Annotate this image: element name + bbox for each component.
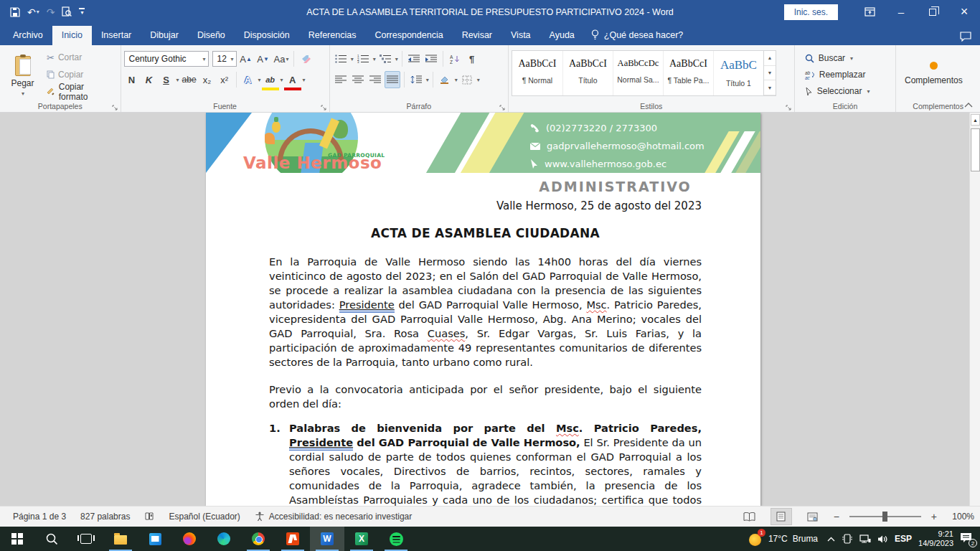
word-count[interactable]: 827 palabras — [73, 512, 137, 522]
grow-font-button[interactable]: A▲ — [238, 50, 254, 67]
undo-dropdown-arrow[interactable]: ▾ — [37, 9, 39, 15]
clock[interactable]: 9:21 14/9/2023 — [918, 529, 953, 548]
bullet-list-dropdown-arrow[interactable]: ▾ — [351, 56, 354, 62]
word-button[interactable]: W — [310, 527, 344, 551]
tab-dibujar[interactable]: Dibujar — [141, 26, 188, 45]
style-normal[interactable]: AaBbCcI ¶ Normal — [512, 51, 562, 95]
underline-dropdown-arrow[interactable]: ▾ — [176, 77, 179, 83]
accessibility-status[interactable]: Accesibilidad: es necesario investigar — [248, 512, 419, 522]
font-color-dropdown-arrow[interactable]: ▾ — [303, 77, 306, 83]
start-button[interactable] — [0, 527, 34, 551]
superscript-button[interactable]: x² — [217, 71, 232, 88]
styles-gallery-expand-icon[interactable]: ▼ — [764, 80, 776, 95]
tab-inicio[interactable]: Inicio — [52, 26, 92, 45]
format-painter-button[interactable]: Copiar formato — [44, 85, 118, 100]
edge-button[interactable] — [207, 527, 241, 551]
bullet-list-button[interactable] — [333, 50, 349, 67]
styles-scroll-down-icon[interactable]: ▼ — [764, 66, 776, 81]
strikethrough-button[interactable]: abe — [181, 71, 198, 88]
change-case-button[interactable]: Aa▾ — [273, 50, 291, 67]
sign-in-button[interactable]: Inic. ses. — [784, 4, 838, 20]
align-right-button[interactable] — [367, 71, 383, 88]
tab-disposicion[interactable]: Disposición — [235, 26, 299, 45]
font-color-button[interactable]: A — [285, 71, 301, 88]
borders-button[interactable] — [459, 71, 475, 88]
line-spacing-dropdown-arrow[interactable]: ▾ — [426, 77, 429, 83]
numbered-list-button[interactable]: 123 — [355, 50, 371, 67]
line-spacing-button[interactable] — [408, 71, 424, 88]
font-name-combobox[interactable]: Century Gothic▾ — [124, 51, 209, 67]
minimize-button[interactable]: – — [885, 0, 917, 24]
read-mode-button[interactable] — [739, 508, 760, 525]
scrollbar-thumb[interactable] — [971, 128, 980, 171]
tab-revisar[interactable]: Revisar — [453, 26, 501, 45]
select-button[interactable]: Seleccionar▾ — [801, 84, 893, 99]
chrome-button[interactable] — [241, 527, 275, 551]
ribbon-display-options-icon[interactable] — [854, 0, 885, 24]
multilevel-list-dropdown-arrow[interactable]: ▾ — [395, 56, 398, 62]
align-left-button[interactable] — [333, 71, 349, 88]
zoom-out-button[interactable]: − — [834, 511, 839, 522]
print-preview-icon[interactable] — [62, 6, 72, 17]
scroll-up-arrow[interactable]: ▲ — [971, 114, 980, 126]
feedback-icon[interactable] — [960, 32, 971, 42]
sort-button[interactable]: AZ — [447, 50, 463, 67]
italic-button[interactable]: K — [141, 71, 157, 88]
style-normal-sa[interactable]: AaBbCcDc Normal Sa... — [613, 51, 663, 95]
zoom-slider-thumb[interactable] — [882, 512, 887, 522]
find-button[interactable]: Buscar▾ — [801, 51, 893, 66]
zoom-in-button[interactable]: + — [931, 511, 937, 522]
increase-indent-button[interactable] — [423, 50, 439, 67]
page-indicator[interactable]: Página 1 de 3 — [6, 512, 73, 522]
styles-scroll-up-icon[interactable]: ▲ — [764, 51, 776, 66]
text-effects-button[interactable]: A — [240, 71, 256, 88]
task-view-button[interactable] — [69, 527, 103, 551]
clear-formatting-button[interactable] — [298, 50, 314, 67]
spotify-button[interactable] — [379, 527, 413, 551]
phone-link-icon[interactable] — [842, 534, 853, 544]
file-explorer-button[interactable] — [103, 527, 138, 551]
text-effects-dropdown-arrow[interactable]: ▾ — [258, 77, 261, 83]
show-paragraph-marks-button[interactable]: ¶ — [464, 50, 480, 67]
proofing-status[interactable] — [137, 512, 161, 522]
undo-icon[interactable]: ↶▾ — [27, 7, 39, 17]
zoom-level[interactable]: 100% — [947, 512, 974, 522]
decrease-indent-button[interactable] — [406, 50, 422, 67]
volume-icon[interactable] — [877, 534, 888, 544]
mail-button[interactable] — [138, 527, 172, 551]
multilevel-list-button[interactable] — [377, 50, 393, 67]
addins-button[interactable]: Complementos — [899, 49, 968, 100]
tab-vista[interactable]: Vista — [501, 26, 540, 45]
highlight-button[interactable]: ab — [263, 71, 278, 88]
highlight-dropdown-arrow[interactable]: ▾ — [281, 77, 283, 83]
tab-correspondencia[interactable]: Correspondencia — [365, 26, 452, 45]
font-size-combobox[interactable]: 12▾ — [212, 51, 237, 67]
justify-button[interactable] — [385, 71, 400, 88]
tab-insertar[interactable]: Insertar — [92, 26, 141, 45]
tab-ayuda[interactable]: Ayuda — [540, 26, 584, 45]
pdf-app-button[interactable] — [275, 527, 310, 551]
vertical-scrollbar[interactable]: ▲ — [969, 113, 980, 506]
tray-expand-icon[interactable] — [827, 537, 835, 542]
web-layout-button[interactable] — [802, 508, 824, 525]
document-page[interactable]: GAD PARROQUIAL Valle Hermoso (02)2773220… — [206, 113, 760, 506]
portapapeles-dialog-launcher-icon[interactable] — [112, 105, 118, 110]
paste-button[interactable]: Pegar ▾ — [3, 49, 42, 100]
tab-archivo[interactable]: Archivo — [0, 26, 52, 45]
language-indicator[interactable]: Español (Ecuador) — [161, 512, 247, 522]
search-button[interactable] — [34, 527, 69, 551]
print-layout-button[interactable] — [771, 508, 792, 525]
style-table-pa[interactable]: AaBbCcI ¶ Table Pa... — [663, 51, 713, 95]
bold-button[interactable]: N — [124, 71, 140, 88]
subscript-button[interactable]: x₂ — [199, 71, 215, 88]
style-titulo[interactable]: AaBbCcI Título — [562, 51, 613, 95]
replace-button[interactable]: abac Reemplazar — [801, 67, 893, 83]
numbered-list-dropdown-arrow[interactable]: ▾ — [373, 56, 376, 62]
tab-diseno[interactable]: Diseño — [188, 26, 235, 45]
notification-center-button[interactable]: 2 — [960, 532, 974, 545]
fuente-dialog-launcher-icon[interactable] — [321, 105, 326, 110]
collapse-ribbon-icon[interactable] — [964, 103, 973, 108]
shading-dropdown-arrow[interactable]: ▾ — [455, 77, 458, 83]
weather-widget[interactable]: 1 17°C Bruma — [746, 532, 821, 546]
excel-button[interactable]: X — [344, 527, 379, 551]
